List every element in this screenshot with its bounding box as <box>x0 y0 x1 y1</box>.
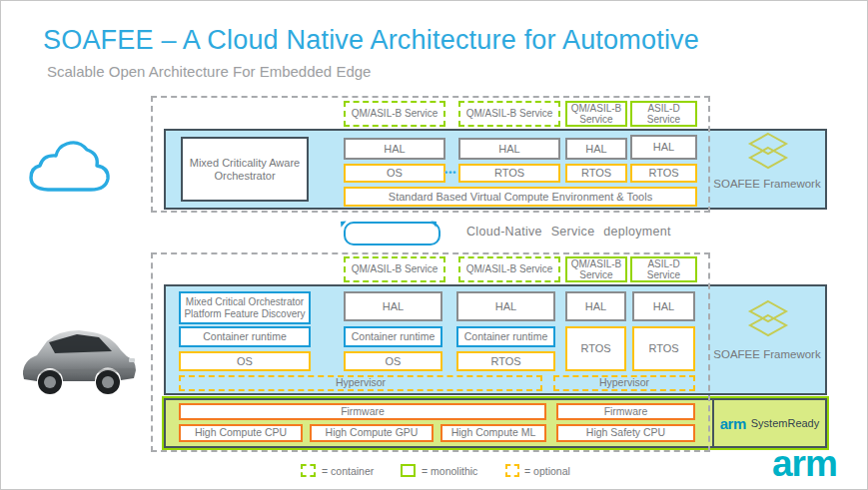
cloud-hal-box: HAL <box>344 138 445 160</box>
edge-orchestrator-box: Mixed Critical Orchestrator Platform Fea… <box>179 291 311 324</box>
cloud-icon <box>27 134 117 204</box>
cloud-service-label: QM/ASIL-B Service <box>352 108 438 119</box>
cloud-os-box: OS <box>344 164 445 183</box>
page-subtitle: Scalable Open Architecture For Embedded … <box>47 63 371 80</box>
edge-os-box: OS <box>344 351 442 371</box>
hypervisor-label: Hypervisor <box>599 377 649 389</box>
os-label: RTOS <box>490 355 520 367</box>
legend-monolithic-swatch-icon <box>401 464 416 477</box>
cloud-orchestrator-box: Mixed Criticality Aware Orchestrator <box>181 137 309 202</box>
edge-orchestrator-label: Mixed Critical Orchestrator Platform Fea… <box>183 296 307 318</box>
cloud-hal-box: HAL <box>458 138 560 160</box>
cloud-service-box: QM/ASIL-B Service <box>458 101 560 127</box>
arm-logo: arm <box>772 443 837 485</box>
deployment-label: Cloud-Native Service deployment <box>466 225 671 239</box>
hardware-box: High Compute ML <box>440 424 546 442</box>
edge-os-box: OS <box>179 351 311 371</box>
firmware-label: Firmware <box>341 406 385 418</box>
container-runtime-label: Container runtime <box>352 331 434 343</box>
cloud-hal-box: HAL <box>565 138 627 160</box>
systemready-badge: arm SystemReady <box>712 398 827 448</box>
os-label: RTOS <box>580 342 610 354</box>
edge-service-label: ASIL-D Service <box>634 258 693 280</box>
edge-os-box: RTOS <box>456 351 555 371</box>
hal-label: HAL <box>384 143 405 155</box>
cloud-service-label: QM/ASIL-B Service <box>569 103 623 125</box>
hardware-box: High Compute GPU <box>310 424 434 442</box>
legend-container-swatch-icon <box>301 464 316 477</box>
hal-label: HAL <box>498 143 519 155</box>
cloud-rtos-box: RTOS <box>565 164 627 183</box>
cloud-rtos-box: RTOS <box>630 164 697 183</box>
edge-service-label: QM/ASIL-B Service <box>466 263 553 274</box>
edge-hal-box: HAL <box>632 291 695 321</box>
legend-optional-swatch-icon <box>505 464 519 477</box>
hal-label: HAL <box>383 300 404 312</box>
car-image <box>13 308 141 410</box>
edge-service-box: QM/ASIL-B Service <box>565 256 627 282</box>
edge-service-box: ASIL-D Service <box>630 256 697 282</box>
edge-service-box: QM/ASIL-B Service <box>344 256 445 282</box>
hardware-label: High Compute ML <box>451 427 536 439</box>
cloud-rtos-box: RTOS <box>458 164 560 183</box>
edge-service-label: QM/ASIL-B Service <box>352 263 438 274</box>
hal-label: HAL <box>495 300 516 312</box>
firmware-label: Firmware <box>604 406 648 418</box>
cloud-service-box: ASIL-D Service <box>630 101 697 127</box>
deployment-arrow-icon <box>344 222 440 245</box>
container-runtime-label: Container runtime <box>203 331 286 343</box>
cloud-service-box: QM/ASIL-B Service <box>565 101 627 127</box>
arm-brand-mark: arm <box>720 415 746 432</box>
edge-hal-box: HAL <box>344 291 442 321</box>
page-title: SOAFEE – A Cloud Native Architecture for… <box>43 25 699 56</box>
virtual-compute-env-box: Standard Based Virtual Compute Environme… <box>344 187 697 207</box>
cloud-service-label: ASIL-D Service <box>634 103 693 125</box>
hal-label: HAL <box>585 143 606 155</box>
legend-container-label: = container <box>322 465 374 477</box>
hardware-label: High Compute GPU <box>326 427 419 439</box>
cloud-service-label: QM/ASIL-B Service <box>466 108 553 119</box>
os-label: OS <box>387 167 403 179</box>
cloud-orchestrator-label: Mixed Criticality Aware Orchestrator <box>185 157 305 182</box>
firmware-box: Firmware <box>179 403 546 420</box>
hardware-label: High Safety CPU <box>586 427 665 439</box>
slide: SOAFEE – A Cloud Native Architecture for… <box>0 0 868 490</box>
os-label: OS <box>237 355 253 367</box>
soafee-framework-icon <box>746 132 790 176</box>
legend-monolithic-label: = monolithic <box>422 465 477 477</box>
soafee-framework-label: SOAFEE Framework <box>705 348 829 360</box>
hypervisor-label: Hypervisor <box>336 377 386 389</box>
edge-hal-box: HAL <box>565 291 626 321</box>
edge-rtos-box: RTOS <box>632 326 695 371</box>
container-runtime-box: Container runtime <box>456 326 555 347</box>
hal-label: HAL <box>585 300 606 312</box>
os-label: RTOS <box>648 342 678 354</box>
os-label: OS <box>386 355 402 367</box>
virtual-compute-env-label: Standard Based Virtual Compute Environme… <box>389 191 652 203</box>
hardware-label: High Compute CPU <box>195 427 287 439</box>
hal-label: HAL <box>653 300 674 312</box>
os-label: RTOS <box>648 167 678 179</box>
edge-hal-box: HAL <box>456 291 555 321</box>
hypervisor-box: Hypervisor <box>179 375 542 391</box>
os-label: RTOS <box>494 167 524 179</box>
systemready-label: SystemReady <box>751 417 819 429</box>
hypervisor-box: Hypervisor <box>553 375 695 391</box>
edge-rtos-box: RTOS <box>565 326 626 371</box>
hardware-box: High Compute CPU <box>179 424 303 442</box>
cloud-hal-box: HAL <box>630 135 697 160</box>
hardware-box: High Safety CPU <box>556 424 695 442</box>
ellipsis-dots-icon: ••• <box>444 168 456 178</box>
container-runtime-box: Container runtime <box>344 326 442 347</box>
edge-service-box: QM/ASIL-B Service <box>458 256 560 282</box>
hal-label: HAL <box>653 141 674 153</box>
edge-service-label: QM/ASIL-B Service <box>569 258 623 280</box>
soafee-framework-icon <box>746 299 790 343</box>
firmware-box: Firmware <box>556 403 695 420</box>
container-runtime-box: Container runtime <box>179 326 311 347</box>
container-runtime-label: Container runtime <box>464 331 547 343</box>
os-label: RTOS <box>581 167 611 179</box>
legend-optional-label: = optional <box>524 465 570 477</box>
soafee-framework-label: SOAFEE Framework <box>705 178 829 190</box>
cloud-service-box: QM/ASIL-B Service <box>344 101 445 127</box>
